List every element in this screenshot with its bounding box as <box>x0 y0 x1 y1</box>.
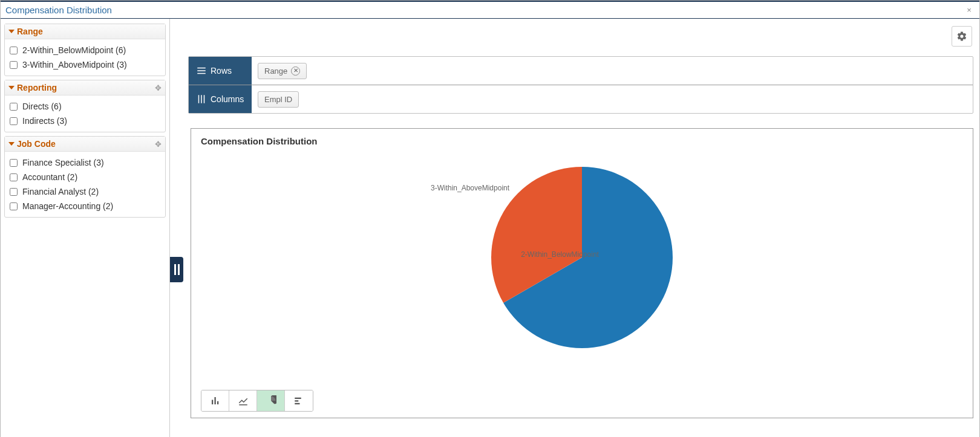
facet-item[interactable]: Manager-Accounting (2) <box>10 199 160 213</box>
move-handle-icon[interactable]: ✥ <box>155 140 162 148</box>
facet-item-label: Indirects (3) <box>22 116 67 126</box>
rows-icon <box>196 65 207 76</box>
window-title: Compensation Distribution <box>5 5 964 15</box>
svg-rect-4 <box>201 95 202 103</box>
caret-down-icon <box>8 142 15 146</box>
columns-pill-emplid[interactable]: Empl ID <box>258 91 299 108</box>
bar-chart-icon <box>210 395 221 406</box>
facet-checkbox[interactable] <box>10 159 18 167</box>
facet-header[interactable]: Reporting✥ <box>5 80 165 95</box>
rows-shelf-label: Rows <box>189 57 252 85</box>
svg-rect-2 <box>197 73 206 74</box>
facet-item[interactable]: Finance Specialist (3) <box>10 155 160 170</box>
facet-item-label: Accountant (2) <box>22 172 77 182</box>
svg-rect-10 <box>295 400 298 401</box>
pie-chart: 2-Within_BelowMidpoint 3-Within_AboveMid… <box>201 146 963 354</box>
facet-checkbox[interactable] <box>10 61 18 69</box>
rows-label-text: Rows <box>211 66 232 76</box>
facet-item[interactable]: Financial Analyst (2) <box>10 184 160 199</box>
facet-title: Range <box>17 27 162 36</box>
facet-reporting: Reporting✥Directs (6)Indirects (3) <box>4 80 166 132</box>
rows-pill-range[interactable]: Range ✕ <box>258 63 307 79</box>
line-chart-button[interactable] <box>229 390 257 411</box>
line-chart-icon <box>238 395 249 406</box>
main-content: Rows Range ✕ Columns <box>170 19 979 437</box>
svg-rect-3 <box>198 95 200 103</box>
columns-shelf-label: Columns <box>189 85 252 113</box>
pill-label: Empl ID <box>264 95 292 104</box>
pie-chart-button[interactable] <box>257 390 285 411</box>
svg-rect-1 <box>197 70 206 71</box>
facet-job-code: Job Code✥Finance Specialist (3)Accountan… <box>4 136 166 218</box>
pivot-shelves: Rows Range ✕ Columns <box>188 56 973 114</box>
facet-item-label: Directs (6) <box>22 102 62 111</box>
facet-checkbox[interactable] <box>10 47 18 54</box>
facet-header[interactable]: Job Code✥ <box>5 137 165 152</box>
svg-rect-8 <box>217 401 218 404</box>
svg-rect-5 <box>204 95 205 103</box>
svg-rect-0 <box>197 68 206 69</box>
facet-checkbox[interactable] <box>10 103 18 111</box>
rows-dropzone[interactable]: Range ✕ <box>252 59 973 83</box>
horizontal-bar-icon <box>293 395 304 406</box>
slice-label-above: 3-Within_AboveMidpoint <box>431 184 509 192</box>
facet-item[interactable]: Directs (6) <box>10 99 160 114</box>
filter-sidebar: Range2-Within_BelowMidpoint (6)3-Within_… <box>1 19 170 437</box>
sidebar-collapse-handle[interactable] <box>170 257 183 282</box>
horizontal-bar-button[interactable] <box>285 390 313 411</box>
columns-icon <box>196 94 207 105</box>
remove-pill-icon[interactable]: ✕ <box>291 66 300 76</box>
columns-label-text: Columns <box>211 94 244 104</box>
chart-panel: Compensation Distribution 2-Within_Below… <box>191 128 973 418</box>
facet-item[interactable]: 3-Within_AboveMidpoint (3) <box>10 57 160 72</box>
chart-title: Compensation Distribution <box>201 136 963 146</box>
titlebar: Compensation Distribution × <box>1 2 979 19</box>
move-handle-icon[interactable]: ✥ <box>155 84 162 92</box>
pill-label: Range <box>264 66 287 76</box>
facet-item[interactable]: 2-Within_BelowMidpoint (6) <box>10 43 160 57</box>
svg-rect-6 <box>212 400 213 405</box>
columns-dropzone[interactable]: Empl ID <box>252 88 973 111</box>
facet-item-label: Finance Specialist (3) <box>22 158 104 167</box>
facet-checkbox[interactable] <box>10 188 18 196</box>
facet-body: Directs (6)Indirects (3) <box>5 95 165 132</box>
caret-down-icon <box>8 86 15 89</box>
svg-rect-11 <box>295 403 299 404</box>
facet-range: Range2-Within_BelowMidpoint (6)3-Within_… <box>4 24 166 76</box>
facet-checkbox[interactable] <box>10 117 18 125</box>
chart-type-toolbar <box>201 390 313 412</box>
facet-title: Reporting <box>17 83 155 92</box>
svg-rect-7 <box>214 397 215 404</box>
rows-shelf: Rows Range ✕ <box>189 57 973 85</box>
facet-checkbox[interactable] <box>10 173 18 181</box>
facet-item[interactable]: Accountant (2) <box>10 170 160 184</box>
facet-item-label: Manager-Accounting (2) <box>22 201 113 211</box>
close-icon[interactable]: × <box>964 5 975 16</box>
facet-header[interactable]: Range <box>5 24 165 39</box>
facet-item-label: Financial Analyst (2) <box>22 187 99 196</box>
facet-title: Job Code <box>17 139 155 149</box>
facet-item-label: 3-Within_AboveMidpoint (3) <box>22 60 127 70</box>
settings-button[interactable] <box>952 26 972 47</box>
caret-down-icon <box>8 30 15 33</box>
facet-checkbox[interactable] <box>10 202 18 210</box>
facet-body: Finance Specialist (3)Accountant (2)Fina… <box>5 152 165 217</box>
bar-chart-button[interactable] <box>201 390 229 411</box>
facet-item-label: 2-Within_BelowMidpoint (6) <box>22 45 126 55</box>
pie-chart-icon <box>266 395 276 406</box>
facet-item[interactable]: Indirects (3) <box>10 114 160 128</box>
slice-label-below: 2-Within_BelowMidpoint <box>521 250 599 259</box>
svg-rect-9 <box>295 398 301 399</box>
facet-body: 2-Within_BelowMidpoint (6)3-Within_Above… <box>5 39 165 76</box>
columns-shelf: Columns Empl ID <box>189 85 973 113</box>
gear-icon <box>956 31 967 42</box>
